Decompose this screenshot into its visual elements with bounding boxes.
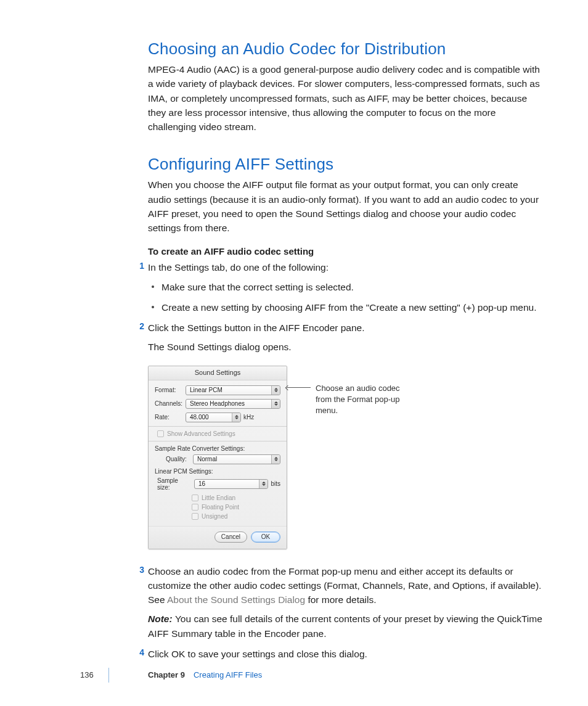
channels-row: Channels: Stereo Headphones [155,399,280,409]
popup-arrows-icon [232,413,240,422]
step-1-bullets: Make sure that the correct setting is se… [161,280,542,315]
quality-value: Normal [197,456,217,462]
cancel-button[interactable]: Cancel [214,532,247,543]
quality-label: Quality: [166,456,193,462]
lpcm-settings-label: Linear PCM Settings: [155,468,280,475]
popup-arrows-icon [271,386,280,395]
unsigned-checkbox[interactable] [192,513,198,520]
step-2: 2 Click the Settings button in the AIFF … [148,321,542,549]
heading-choosing-codec: Choosing an Audio Codec for Distribution [148,39,542,59]
callout-leader-line [287,387,311,388]
callout-text: Choose an audio codec from the Format po… [316,383,414,417]
step-3-note: Note: You can see full details of the cu… [148,612,542,641]
step-result: The Sound Settings dialog opens. [148,340,542,354]
rate-popup[interactable]: 48.000 [186,413,241,422]
format-row: Format: Linear PCM [155,385,280,395]
sample-size-label: Sample size: [157,477,194,491]
step-3: 3 Choose an audio codec from the Format … [148,564,542,641]
procedure-title: To create an AIFF audio codec setting [148,246,542,257]
chapter-title: Creating AIFF Files [194,670,262,679]
note-text: You can see full details of the current … [148,614,542,638]
step-text: Choose an audio codec from the Format po… [148,564,542,607]
figure-sound-settings: Sound Settings Format: Linear PCM Cha [148,366,542,549]
heading-configuring-aiff: Configuring AIFF Settings [148,155,542,174]
link-sound-settings-dialog[interactable]: About the Sound Settings Dialog [167,594,305,605]
format-label: Format: [155,387,186,393]
format-popup[interactable]: Linear PCM [186,385,280,395]
divider [149,441,287,441]
page-number: 136 [80,670,94,679]
dialog-title: Sound Settings [149,366,287,380]
chapter-number: Chapter 9 [148,670,185,679]
sample-size-popup[interactable]: 16 [194,479,268,489]
little-endian-checkbox[interactable] [192,495,198,501]
format-value: Linear PCM [190,387,223,393]
rate-value: 48.000 [190,414,209,421]
little-endian-row: Little Endian [192,495,280,501]
callout: Choose an audio codec from the Format po… [287,383,414,417]
step-text: Click the Settings button in the AIFF En… [148,321,542,335]
paragraph-configuring-aiff: When you choose the AIFF output file for… [148,178,542,235]
floating-point-label: Floating Point [202,504,239,511]
unsigned-label: Unsigned [202,513,227,520]
footer-divider [108,668,109,683]
src-settings-label: Sample Rate Converter Settings: [155,445,280,452]
bullet-item: Create a new setting by choosing AIFF fr… [161,300,542,314]
channels-label: Channels: [155,400,186,407]
content-column: Choosing an Audio Codec for Distribution… [148,39,542,661]
step-1: 1 In the Settings tab, do one of the fol… [148,260,542,314]
show-advanced-label: Show Advanced Settings [167,430,235,437]
channels-value: Stereo Headphones [190,400,245,407]
sound-settings-dialog: Sound Settings Format: Linear PCM Cha [148,366,287,549]
little-endian-label: Little Endian [202,495,235,501]
dialog-body: Format: Linear PCM Channels: Stereo Head… [149,380,287,526]
bullet-item: Make sure that the correct setting is se… [161,280,542,294]
chapter-info: Chapter 9Creating AIFF Files [148,670,262,679]
page-footer: 136 Chapter 9Creating AIFF Files [0,670,588,685]
show-advanced-checkbox[interactable] [157,430,164,437]
quality-popup[interactable]: Normal [193,454,280,464]
rate-unit: kHz [243,414,254,421]
step-text: Click OK to save your settings and close… [148,647,542,661]
popup-arrows-icon [271,400,280,408]
unsigned-row: Unsigned [192,513,280,520]
floating-point-row: Floating Point [192,504,280,511]
show-advanced-row: Show Advanced Settings [157,430,280,437]
divider [149,426,287,427]
popup-arrows-icon [271,455,280,464]
note-label: Note: [148,614,175,624]
step-number: 4 [134,647,144,657]
step-3-text-b: for more details. [305,594,376,605]
document-page: Choosing an Audio Codec for Distribution… [0,0,588,706]
paragraph-choosing-codec: MPEG-4 Audio (AAC) is a good general-pur… [148,62,542,134]
step-number: 2 [134,321,144,331]
sample-size-row: Sample size: 16 bits [157,477,280,491]
step-number: 3 [134,565,144,575]
step-4: 4 Click OK to save your settings and clo… [148,647,542,661]
step-number: 1 [134,261,144,271]
rate-row: Rate: 48.000 kHz [155,413,280,422]
channels-popup[interactable]: Stereo Headphones [186,399,280,409]
step-text: In the Settings tab, do one of the follo… [148,260,542,274]
ok-button[interactable]: OK [251,532,280,543]
dialog-buttons: Cancel OK [149,526,287,549]
quality-row: Quality: Normal [166,454,280,464]
procedure-steps: 1 In the Settings tab, do one of the fol… [148,260,542,661]
rate-label: Rate: [155,414,186,421]
popup-arrows-icon [259,480,267,488]
sample-size-unit: bits [271,480,280,487]
floating-point-checkbox[interactable] [192,504,198,511]
sample-size-value: 16 [198,480,205,487]
